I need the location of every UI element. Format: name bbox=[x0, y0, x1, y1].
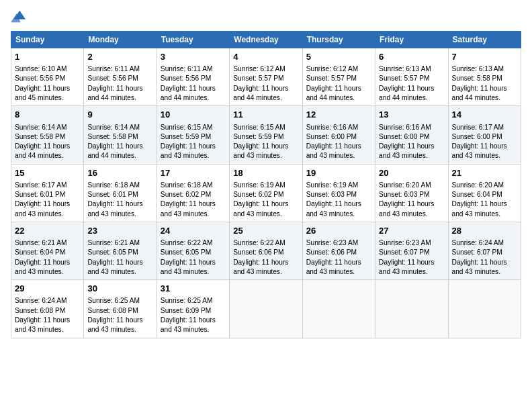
day-number: 29 bbox=[15, 283, 80, 295]
day-number: 4 bbox=[233, 51, 298, 63]
sunrise-text: Sunrise: 6:25 AM bbox=[87, 297, 140, 304]
sunset-text: Sunset: 6:09 PM bbox=[161, 307, 211, 314]
sunset-text: Sunset: 6:01 PM bbox=[87, 191, 138, 198]
page: SundayMondayTuesdayWednesdayThursdayFrid… bbox=[0, 0, 532, 411]
sunset-text: Sunset: 6:01 PM bbox=[15, 191, 65, 198]
sunset-text: Sunset: 6:08 PM bbox=[87, 307, 138, 314]
sunset-text: Sunset: 6:07 PM bbox=[379, 248, 429, 256]
sunset-text: Sunset: 6:02 PM bbox=[233, 191, 283, 198]
sunset-text: Sunset: 5:58 PM bbox=[15, 133, 65, 140]
calendar-week-3: 15Sunrise: 6:17 AMSunset: 6:01 PMDayligh… bbox=[11, 164, 521, 222]
sunset-text: Sunset: 6:08 PM bbox=[15, 307, 65, 314]
daylight-text: Daylight: 11 hours and 44 minutes. bbox=[161, 85, 216, 101]
sunrise-text: Sunrise: 6:21 AM bbox=[87, 239, 140, 246]
calendar-cell: 1Sunrise: 6:10 AMSunset: 5:56 PMDaylight… bbox=[11, 48, 84, 106]
day-header-sunday: Sunday bbox=[11, 32, 84, 48]
calendar-cell: 30Sunrise: 6:25 AMSunset: 6:08 PMDayligh… bbox=[84, 280, 157, 338]
calendar-cell: 24Sunrise: 6:22 AMSunset: 6:05 PMDayligh… bbox=[157, 222, 229, 279]
calendar-cell: 11Sunrise: 6:15 AMSunset: 5:59 PMDayligh… bbox=[230, 106, 302, 164]
day-header-tuesday: Tuesday bbox=[157, 32, 229, 48]
day-number: 6 bbox=[379, 51, 444, 63]
daylight-text: Daylight: 11 hours and 43 minutes. bbox=[233, 142, 288, 159]
day-number: 22 bbox=[15, 225, 80, 237]
sunset-text: Sunset: 5:56 PM bbox=[87, 75, 138, 82]
calendar-cell: 15Sunrise: 6:17 AMSunset: 6:01 PMDayligh… bbox=[11, 164, 84, 222]
calendar-cell bbox=[448, 280, 521, 338]
sunrise-text: Sunrise: 6:16 AM bbox=[306, 124, 359, 131]
calendar-cell: 2Sunrise: 6:11 AMSunset: 5:56 PMDaylight… bbox=[84, 48, 157, 106]
calendar-cell: 7Sunrise: 6:13 AMSunset: 5:58 PMDaylight… bbox=[448, 48, 521, 106]
sunset-text: Sunset: 5:57 PM bbox=[306, 75, 357, 82]
calendar-cell: 8Sunrise: 6:14 AMSunset: 5:58 PMDaylight… bbox=[11, 106, 84, 164]
daylight-text: Daylight: 11 hours and 43 minutes. bbox=[452, 259, 507, 275]
daylight-text: Daylight: 11 hours and 43 minutes. bbox=[161, 316, 216, 333]
day-header-friday: Friday bbox=[375, 32, 448, 48]
day-number: 2 bbox=[87, 51, 152, 63]
day-number: 15 bbox=[15, 167, 80, 179]
sunrise-text: Sunrise: 6:14 AM bbox=[87, 124, 140, 131]
calendar-cell: 12Sunrise: 6:16 AMSunset: 6:00 PMDayligh… bbox=[302, 106, 375, 164]
daylight-text: Daylight: 11 hours and 43 minutes. bbox=[161, 142, 216, 159]
header bbox=[11, 7, 521, 26]
day-number: 17 bbox=[161, 167, 226, 179]
day-number: 5 bbox=[306, 51, 371, 63]
day-number: 27 bbox=[379, 225, 444, 237]
calendar-cell: 22Sunrise: 6:21 AMSunset: 6:04 PMDayligh… bbox=[11, 222, 84, 279]
calendar-cell: 23Sunrise: 6:21 AMSunset: 6:05 PMDayligh… bbox=[84, 222, 157, 279]
sunrise-text: Sunrise: 6:11 AM bbox=[87, 65, 140, 73]
sunrise-text: Sunrise: 6:19 AM bbox=[233, 181, 285, 189]
calendar-week-5: 29Sunrise: 6:24 AMSunset: 6:08 PMDayligh… bbox=[11, 280, 521, 338]
day-number: 3 bbox=[161, 51, 226, 63]
sunrise-text: Sunrise: 6:10 AM bbox=[15, 65, 67, 73]
calendar-week-2: 8Sunrise: 6:14 AMSunset: 5:58 PMDaylight… bbox=[11, 106, 521, 164]
day-number: 30 bbox=[87, 283, 152, 295]
daylight-text: Daylight: 11 hours and 43 minutes. bbox=[379, 200, 434, 217]
daylight-text: Daylight: 11 hours and 43 minutes. bbox=[306, 142, 361, 159]
calendar-cell bbox=[375, 280, 448, 338]
sunset-text: Sunset: 5:57 PM bbox=[379, 75, 429, 82]
sunrise-text: Sunrise: 6:22 AM bbox=[233, 239, 285, 246]
sunset-text: Sunset: 5:59 PM bbox=[161, 133, 211, 140]
day-number: 8 bbox=[15, 109, 80, 121]
sunset-text: Sunset: 6:00 PM bbox=[306, 133, 357, 140]
sunrise-text: Sunrise: 6:13 AM bbox=[379, 65, 431, 73]
calendar-cell: 28Sunrise: 6:24 AMSunset: 6:07 PMDayligh… bbox=[448, 222, 521, 279]
calendar-week-4: 22Sunrise: 6:21 AMSunset: 6:04 PMDayligh… bbox=[11, 222, 521, 279]
sunrise-text: Sunrise: 6:22 AM bbox=[161, 239, 213, 246]
daylight-text: Daylight: 11 hours and 43 minutes. bbox=[379, 259, 434, 275]
day-number: 18 bbox=[233, 167, 298, 179]
day-header-monday: Monday bbox=[84, 32, 157, 48]
sunset-text: Sunset: 5:58 PM bbox=[87, 133, 138, 140]
day-number: 21 bbox=[452, 167, 517, 179]
sunrise-text: Sunrise: 6:13 AM bbox=[452, 65, 504, 73]
sunset-text: Sunset: 6:06 PM bbox=[233, 248, 283, 256]
calendar-cell: 27Sunrise: 6:23 AMSunset: 6:07 PMDayligh… bbox=[375, 222, 448, 279]
day-header-thursday: Thursday bbox=[302, 32, 375, 48]
daylight-text: Daylight: 11 hours and 43 minutes. bbox=[15, 200, 70, 217]
day-header-wednesday: Wednesday bbox=[230, 32, 302, 48]
day-number: 24 bbox=[161, 225, 226, 237]
calendar-cell: 17Sunrise: 6:18 AMSunset: 6:02 PMDayligh… bbox=[157, 164, 229, 222]
daylight-text: Daylight: 11 hours and 43 minutes. bbox=[161, 259, 216, 275]
sunset-text: Sunset: 5:59 PM bbox=[233, 133, 283, 140]
calendar-cell: 29Sunrise: 6:24 AMSunset: 6:08 PMDayligh… bbox=[11, 280, 84, 338]
sunrise-text: Sunrise: 6:25 AM bbox=[161, 297, 213, 304]
calendar-cell: 26Sunrise: 6:23 AMSunset: 6:06 PMDayligh… bbox=[302, 222, 375, 279]
sunset-text: Sunset: 6:07 PM bbox=[452, 248, 502, 256]
daylight-text: Daylight: 11 hours and 43 minutes. bbox=[15, 259, 70, 275]
calendar-table: SundayMondayTuesdayWednesdayThursdayFrid… bbox=[11, 31, 521, 338]
day-number: 1 bbox=[15, 51, 80, 63]
sunrise-text: Sunrise: 6:19 AM bbox=[306, 181, 359, 189]
logo-icon bbox=[11, 8, 26, 23]
sunrise-text: Sunrise: 6:12 AM bbox=[306, 65, 359, 73]
day-number: 7 bbox=[452, 51, 517, 63]
daylight-text: Daylight: 11 hours and 44 minutes. bbox=[379, 85, 434, 101]
sunrise-text: Sunrise: 6:17 AM bbox=[15, 181, 67, 189]
calendar-cell: 6Sunrise: 6:13 AMSunset: 5:57 PMDaylight… bbox=[375, 48, 448, 106]
daylight-text: Daylight: 11 hours and 44 minutes. bbox=[306, 85, 361, 101]
daylight-text: Daylight: 11 hours and 44 minutes. bbox=[87, 142, 142, 159]
sunrise-text: Sunrise: 6:23 AM bbox=[306, 239, 359, 246]
sunrise-text: Sunrise: 6:24 AM bbox=[452, 239, 504, 246]
daylight-text: Daylight: 11 hours and 45 minutes. bbox=[15, 85, 70, 101]
sunset-text: Sunset: 5:56 PM bbox=[15, 75, 65, 82]
